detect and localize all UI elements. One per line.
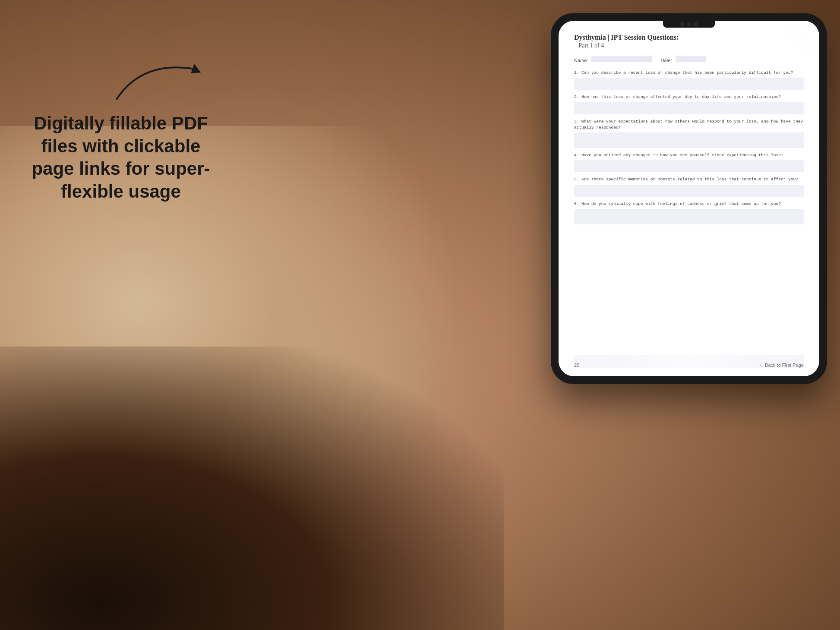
pdf-content: Dysthymia | IPT Session Questions: – Par… (574, 34, 804, 368)
question-6: 6. How do you typically cope with feelin… (574, 201, 804, 224)
name-date-row: Name: Date: (574, 56, 804, 64)
question-3: 3. What were your expectations about how… (574, 119, 804, 148)
tablet-frame: Dysthymia | IPT Session Questions: – Par… (551, 13, 827, 384)
question-6-text: 6. How do you typically cope with feelin… (574, 201, 804, 207)
question-5-text: 5. Are there specific memories or moment… (574, 176, 804, 183)
question-1-text: 1. Can you describe a recent loss or cha… (574, 70, 804, 76)
question-4: 4. Have you noticed any changes in how y… (574, 152, 804, 172)
question-2-text: 2. How has this loss or change affected … (574, 94, 804, 100)
camera-dot-1 (680, 22, 684, 26)
question-5: 5. Are there specific memories or moment… (574, 176, 804, 196)
tablet-screen: Dysthymia | IPT Session Questions: – Par… (559, 21, 819, 376)
pdf-subtitle: – Part 1 of 4 (574, 42, 804, 49)
name-input-field[interactable] (591, 56, 652, 62)
question-2: 2. How has this loss or change affected … (574, 94, 804, 114)
camera-dot-3 (694, 22, 698, 26)
question-4-text: 4. Have you noticed any changes in how y… (574, 152, 804, 158)
tablet-device: Dysthymia | IPT Session Questions: – Par… (551, 13, 827, 384)
answer-box-6[interactable] (574, 209, 804, 224)
answer-box-5[interactable] (574, 185, 804, 197)
marketing-heading: Digitally fillable PDF files with clicka… (26, 112, 216, 203)
question-1: 1. Can you describe a recent loss or cha… (574, 70, 804, 90)
footer-decoration (574, 355, 804, 368)
pdf-title: Dysthymia | IPT Session Questions: (574, 34, 804, 41)
pdf-page: Dysthymia | IPT Session Questions: – Par… (559, 21, 819, 376)
date-label: Date: (660, 56, 705, 64)
answer-box-3[interactable] (574, 132, 804, 148)
date-input-field[interactable] (676, 56, 706, 62)
name-label: Name: (574, 56, 652, 64)
answer-box-2[interactable] (574, 102, 804, 114)
answer-box-4[interactable] (574, 160, 804, 172)
question-3-text: 3. What were your expectations about how… (574, 119, 804, 131)
tablet-camera-bar (663, 21, 715, 28)
marketing-text-block: Digitally fillable PDF files with clicka… (26, 112, 216, 203)
camera-dot-2 (687, 22, 691, 26)
pdf-footer: 20 ← Back to First Page (574, 362, 804, 368)
arrow-decoration (108, 52, 229, 110)
answer-box-1[interactable] (574, 78, 804, 90)
